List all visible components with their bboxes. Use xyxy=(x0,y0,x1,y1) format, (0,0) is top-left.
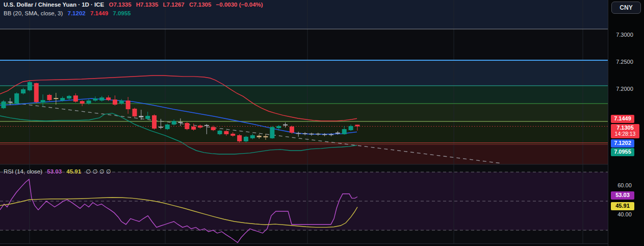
symbol-title[interactable]: U.S. Dollar / Chinese Yuan · 1D · ICE xyxy=(4,2,104,8)
price-axis[interactable]: CNY 7.30007.25007.200060.0040.007.14497.… xyxy=(608,0,644,246)
symbol-legend[interactable]: U.S. Dollar / Chinese Yuan · 1D · ICE O7… xyxy=(4,2,266,8)
ohlc-high: H7.1335 xyxy=(136,2,158,8)
rsi-empty-values: ∅ ∅ ∅ ∅ xyxy=(86,168,111,175)
axis-tick-label: 7.2500 xyxy=(608,59,641,65)
axis-tick-label: 7.3000 xyxy=(608,32,641,38)
price-badge: 7.0955 xyxy=(611,148,634,156)
ohlc-change: −0.0030 (−0.04%) xyxy=(216,2,263,8)
currency-button[interactable]: CNY xyxy=(611,2,641,14)
axis-tick-label: 40.00 xyxy=(608,211,641,217)
price-badge: 7.1449 xyxy=(611,115,634,123)
rsi-legend[interactable]: RSI (14, close) 53.03 45.91 ∅ ∅ ∅ ∅ xyxy=(4,168,114,175)
price-zones xyxy=(0,0,608,164)
bb-lower-value: 7.0955 xyxy=(113,10,131,16)
price-badge: 7.1202 xyxy=(611,139,634,147)
bb-basis-value: 7.1202 xyxy=(68,10,86,16)
bb-legend[interactable]: BB (20, SMA, close, 3) 7.1202 7.1449 7.0… xyxy=(4,10,134,16)
axis-tick-label: 7.2000 xyxy=(608,86,641,92)
axis-tick-label: 60.00 xyxy=(608,182,641,188)
price-badge: 7.130514:28:13 xyxy=(611,124,639,138)
bb-legend-label[interactable]: BB (20, SMA, close, 3) xyxy=(4,10,63,16)
ohlc-close: C7.1305 xyxy=(189,2,211,8)
rsi-legend-label[interactable]: RSI (14, close) xyxy=(4,168,42,175)
chart-canvas[interactable] xyxy=(0,0,608,243)
trading-chart-window: U.S. Dollar / Chinese Yuan · 1D · ICE O7… xyxy=(0,0,644,246)
time-axis[interactable] xyxy=(0,243,644,246)
price-badge: 45.91 xyxy=(611,202,634,210)
rsi-value: 53.03 xyxy=(47,168,62,175)
ohlc-open: O7.1335 xyxy=(109,2,131,8)
bb-upper-value: 7.1449 xyxy=(90,10,108,16)
price-badge: 53.03 xyxy=(611,191,634,200)
ohlc-low: L7.1267 xyxy=(163,2,184,8)
rsi-ma-value: 45.91 xyxy=(66,168,81,175)
